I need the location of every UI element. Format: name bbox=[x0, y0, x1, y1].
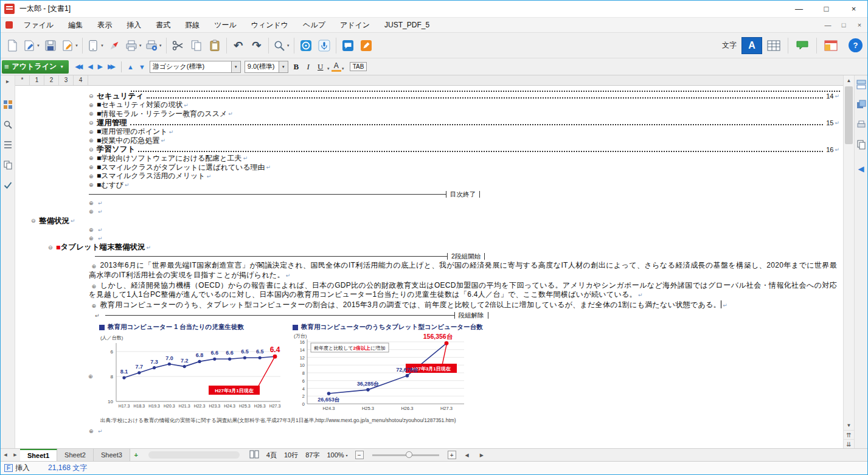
vertical-scrollbar[interactable]: ▲ ▼ ⇈ ⇊ bbox=[843, 75, 854, 448]
empty-line[interactable]: ⊕↵ bbox=[15, 234, 843, 243]
empty-line[interactable]: ⊕↵ bbox=[15, 427, 843, 436]
font-size-select[interactable]: 9.0(標準) ▼ bbox=[245, 61, 288, 73]
tab-scroll-left-icon[interactable]: ◀ bbox=[1, 452, 10, 457]
pen-tool-button[interactable] bbox=[357, 35, 375, 56]
table-mode-button[interactable] bbox=[765, 35, 783, 56]
check-panel-icon[interactable] bbox=[3, 180, 13, 192]
chevron-down-icon[interactable]: ▼ bbox=[327, 67, 330, 71]
chevron-down-icon[interactable]: ▼ bbox=[341, 67, 345, 71]
justsystems-tool-button[interactable] bbox=[297, 35, 315, 56]
page-layout-icon[interactable] bbox=[249, 450, 259, 460]
outline-collapse-icon[interactable]: ⊖ bbox=[89, 93, 97, 99]
input-mode-key[interactable]: F bbox=[4, 464, 13, 472]
fit-prev-icon[interactable]: ◀ bbox=[464, 452, 471, 458]
outline-expand-icon[interactable]: ⊕ bbox=[89, 209, 97, 215]
scrollbar-track[interactable] bbox=[844, 85, 854, 420]
toc-entry[interactable]: ⊕ ■情報モラル・リテラシー教育のススメ ↵ bbox=[15, 109, 843, 119]
go-last-button[interactable]: ▶▶ bbox=[105, 63, 118, 71]
layers-icon[interactable] bbox=[856, 100, 866, 111]
sub-heading[interactable]: ⊖ ■ タブレット端末整備状況 ↵ bbox=[15, 243, 843, 252]
layout-mode-button[interactable] bbox=[822, 35, 840, 56]
maximize-button[interactable]: □ bbox=[813, 1, 840, 17]
open-document-button[interactable]: ▼ bbox=[21, 35, 41, 56]
expand-strip-icon[interactable]: ▸ bbox=[6, 78, 9, 85]
balloon-mode-button[interactable] bbox=[793, 35, 811, 56]
tab-insert-button[interactable]: TAB bbox=[350, 62, 367, 71]
empty-line[interactable]: ⊕↵ bbox=[15, 207, 843, 217]
save-button[interactable] bbox=[41, 35, 60, 56]
outline-expand-icon[interactable]: ⊕ bbox=[89, 102, 97, 108]
body-paragraph[interactable]: ⊕2013年6月に「世界最先端IT国家創造宣言」が閣議決定され、国民全体のIT利… bbox=[89, 261, 837, 281]
doc-minimize-button[interactable]: — bbox=[820, 21, 836, 29]
toc-entry[interactable]: ⊕ ■セキュリティ対策の現状 ↵ bbox=[15, 101, 843, 110]
doc-close-button[interactable]: × bbox=[852, 21, 867, 29]
horizontal-scrollbar[interactable] bbox=[148, 451, 240, 459]
voice-input-button[interactable] bbox=[315, 35, 333, 56]
outline-expand-icon[interactable]: ⊕ bbox=[80, 282, 96, 292]
print-settings-button[interactable]: ▼ bbox=[144, 35, 164, 56]
menu-addin[interactable]: アドイン bbox=[333, 18, 377, 32]
toc-entry[interactable]: ⊖ セキュリティ 14 ↵ bbox=[15, 92, 843, 101]
empty-line[interactable]: ⊕↵ bbox=[15, 225, 843, 234]
tab-scroll-right-icon[interactable]: ▶ bbox=[10, 452, 20, 457]
search-panel-icon[interactable] bbox=[3, 120, 13, 131]
go-prev-button[interactable]: ◀ bbox=[85, 63, 95, 71]
ruler-col-3[interactable]: 3 bbox=[59, 75, 74, 85]
outline-expand-icon[interactable]: ⊕ bbox=[89, 137, 97, 144]
outline-view-button[interactable]: ≡ アウトライン ▼ bbox=[2, 60, 69, 74]
toc-entry[interactable]: ⊕ ■スマイルクラスがタブレットに選ばれている理由 ↵ bbox=[15, 163, 843, 172]
bold-button[interactable]: B bbox=[290, 62, 302, 72]
fit-next-icon[interactable]: ▶ bbox=[478, 452, 485, 458]
tablet-view-button[interactable]: ▼ bbox=[85, 35, 105, 56]
outline-expand-icon[interactable]: ⊕ bbox=[89, 235, 97, 241]
toc-entry[interactable]: ⊕ ■学校向けソフトウェアにおける配慮と工夫 ↵ bbox=[15, 154, 843, 163]
outline-collapse-icon[interactable]: ⊖ bbox=[31, 218, 39, 224]
toc-entry[interactable]: ⊖ 学習ソフト 16 ↵ bbox=[15, 145, 843, 154]
outline-expand-icon[interactable]: ⊕ bbox=[89, 200, 97, 206]
previous-page-button[interactable]: ⇈ bbox=[844, 430, 854, 439]
new-document-button[interactable] bbox=[3, 35, 21, 56]
search-button[interactable]: ▼ bbox=[271, 35, 291, 56]
toc-entry[interactable]: ⊕ ■授業中の応急処置 ↵ bbox=[15, 136, 843, 145]
print-preview-icon[interactable] bbox=[856, 120, 866, 131]
undo-button[interactable]: ↶ bbox=[229, 35, 248, 56]
outline-expand-icon[interactable]: ⊕ bbox=[89, 111, 97, 117]
outline-expand-icon[interactable]: ⊕ bbox=[80, 302, 96, 311]
add-sheet-button[interactable]: + bbox=[130, 451, 142, 459]
menu-window[interactable]: ウィンドウ bbox=[244, 18, 296, 32]
document-canvas[interactable]: ⊖ セキュリティ 14 ↵ ⊕ ■セキュリティ対策の現状 ↵ ⊕ ■情報モラル・… bbox=[15, 86, 843, 448]
sheet-tab-2[interactable]: Sheet2 bbox=[57, 449, 94, 461]
navigation-compass-button[interactable] bbox=[105, 35, 123, 56]
zoom-out-button[interactable]: − bbox=[355, 451, 364, 459]
ruler-col-star[interactable]: * bbox=[15, 75, 30, 85]
menu-insert[interactable]: 挿入 bbox=[119, 18, 148, 32]
pages-panel-icon[interactable] bbox=[3, 160, 13, 172]
toc-entry[interactable]: ⊕ ■運用管理のポイント ↵ bbox=[15, 127, 843, 136]
document-map-icon[interactable] bbox=[856, 140, 866, 151]
outline-expand-icon[interactable]: ⊕ bbox=[89, 182, 97, 188]
grid-panel-icon[interactable] bbox=[3, 100, 13, 111]
menu-tools[interactable]: ツール bbox=[207, 18, 244, 32]
zoom-slider-thumb[interactable] bbox=[406, 451, 412, 458]
next-page-button[interactable]: ⇊ bbox=[844, 439, 854, 448]
menu-help[interactable]: ヘルプ bbox=[296, 18, 333, 32]
underline-button[interactable]: U bbox=[314, 62, 327, 72]
ruler-col-2[interactable]: 2 bbox=[44, 75, 59, 85]
sheet-tab-1[interactable]: Sheet1 bbox=[20, 449, 57, 461]
character-mode-button[interactable]: A bbox=[741, 37, 762, 54]
cut-button[interactable] bbox=[169, 35, 187, 56]
split-view-icon[interactable] bbox=[856, 80, 866, 91]
menu-just-pdf[interactable]: JUST_PDF_5 bbox=[377, 18, 437, 32]
close-button[interactable]: × bbox=[840, 1, 867, 17]
chevron-down-icon[interactable]: ▼ bbox=[231, 61, 240, 72]
highlight-pen-button[interactable]: A bbox=[332, 61, 341, 72]
outline-expand-icon[interactable]: ⊕ bbox=[89, 428, 97, 434]
toc-entry[interactable]: ⊖ 運用管理 15 ↵ bbox=[15, 119, 843, 128]
section-heading[interactable]: ⊖ 整備状況 ↵ bbox=[15, 217, 843, 226]
redo-button[interactable]: ↷ bbox=[248, 35, 266, 56]
chat-tool-button[interactable] bbox=[339, 35, 357, 56]
scroll-down-icon[interactable]: ▼ bbox=[844, 420, 854, 430]
toc-entry[interactable]: ⊕ ■スマイルクラス活用のメリット ↵ bbox=[15, 172, 843, 181]
italic-button[interactable]: I bbox=[302, 62, 314, 72]
body-paragraph[interactable]: ⊕教育用コンピューターのうち、タブレット型コンピューターの割合は、2015年3月… bbox=[89, 300, 837, 311]
